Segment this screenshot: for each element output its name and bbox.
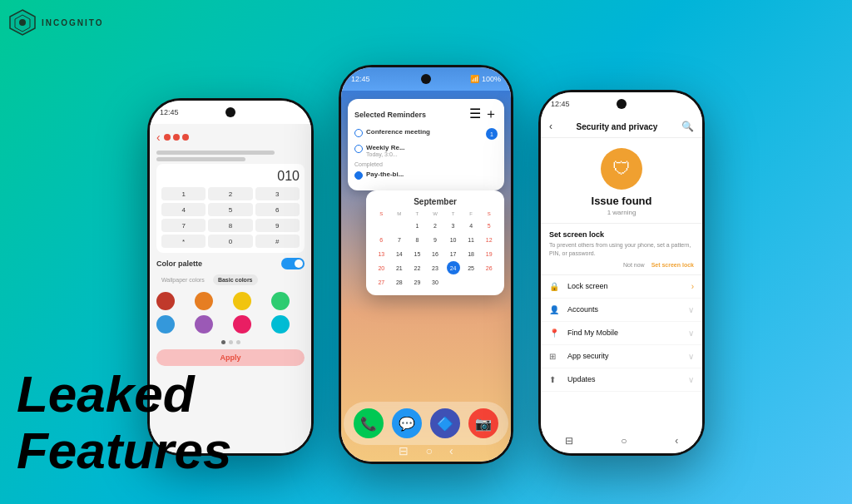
cal-day-19[interactable]: 19 bbox=[483, 247, 496, 260]
phone2-nav-home[interactable]: ○ bbox=[425, 444, 432, 457]
phone3-menu-find-mobile[interactable]: 📍 Find My Mobile ∨ bbox=[541, 322, 702, 345]
cal-day-30[interactable]: 30 bbox=[428, 275, 442, 289]
phone3-menu-app-security[interactable]: ⊞ App security ∨ bbox=[541, 345, 702, 368]
cal-day-25[interactable]: 25 bbox=[464, 261, 478, 274]
phone3-not-now-button[interactable]: Not now bbox=[623, 262, 645, 268]
phone2-badge: 1 bbox=[486, 128, 498, 140]
phone1-colors-grid bbox=[156, 292, 305, 334]
phone2-day-label-t1: T bbox=[409, 211, 426, 216]
phone3-menu-lock-screen[interactable]: 🔒 Lock screen › bbox=[541, 275, 702, 299]
phone1-key-6[interactable]: 6 bbox=[255, 203, 300, 216]
phone1-display: 010 bbox=[161, 169, 300, 184]
phone2-dock-chat[interactable]: 💬 bbox=[392, 408, 422, 438]
cal-day-21[interactable]: 21 bbox=[393, 261, 406, 274]
cal-day-11[interactable]: 11 bbox=[464, 233, 478, 246]
cal-day-4[interactable]: 4 bbox=[464, 219, 478, 232]
phone1-key-4[interactable]: 4 bbox=[161, 203, 206, 216]
cal-day-29[interactable]: 29 bbox=[410, 275, 424, 289]
cal-day-2[interactable]: 2 bbox=[428, 219, 442, 232]
phone1-toggle[interactable] bbox=[281, 258, 305, 269]
phone1-numpad-area: 010 1 2 3 4 5 6 7 8 9 * 0 # bbox=[156, 164, 305, 253]
phone2-reminder-1: Conference meeting 1 bbox=[354, 128, 498, 140]
cal-day-12[interactable]: 12 bbox=[483, 233, 496, 246]
phone1-toggle-row: Color palette bbox=[156, 258, 305, 269]
cal-day-9[interactable]: 9 bbox=[428, 233, 442, 246]
phone2-day-label-t2: T bbox=[444, 211, 462, 216]
phone1-tab-wallpaper[interactable]: Wallpaper colors bbox=[156, 274, 210, 285]
cal-day-15[interactable]: 15 bbox=[410, 247, 424, 260]
phone2-dock-camera[interactable]: 📷 bbox=[468, 408, 498, 438]
phone2-calendar: September S M T W T F S 1 2 3 4 bbox=[366, 190, 504, 295]
phone2-nav-recent[interactable]: ⊟ bbox=[399, 444, 409, 457]
phone1-dot3 bbox=[182, 134, 189, 141]
phone3-menu-updates[interactable]: ⬆ Updates ∨ bbox=[541, 368, 702, 392]
phone3-menu-accounts[interactable]: 👤 Accounts ∨ bbox=[541, 299, 702, 322]
cal-day-10[interactable]: 10 bbox=[447, 233, 460, 246]
phone2-dock-phone[interactable]: 📞 bbox=[354, 408, 384, 438]
phone1-key-9[interactable]: 9 bbox=[255, 219, 300, 232]
phone1-key-0[interactable]: 0 bbox=[208, 235, 252, 248]
phone1-numpad: 1 2 3 4 5 6 7 8 9 * 0 # bbox=[161, 187, 300, 248]
phone1-color-red[interactable] bbox=[156, 292, 175, 310]
phone3-nav-recent[interactable]: ⊟ bbox=[565, 435, 573, 447]
phone2-day-label-w: W bbox=[427, 211, 444, 216]
phone1-time: 12:45 bbox=[160, 108, 179, 116]
cal-day-24[interactable]: 24 bbox=[447, 261, 460, 274]
phone1-key-star[interactable]: * bbox=[161, 235, 206, 248]
cal-day-23[interactable]: 23 bbox=[428, 261, 442, 274]
phone3-search-icon[interactable]: 🔍 bbox=[681, 121, 694, 132]
phone1-color-cyan[interactable] bbox=[271, 315, 290, 334]
phone2-add-icon[interactable]: ＋ bbox=[484, 106, 498, 123]
cal-day-13[interactable]: 13 bbox=[374, 247, 388, 260]
cal-day-20[interactable]: 20 bbox=[374, 261, 388, 274]
phone1-tab-basic[interactable]: Basic colors bbox=[213, 274, 258, 285]
phone1-red-dots bbox=[164, 134, 189, 141]
phone1-color-blue[interactable] bbox=[156, 315, 175, 334]
cal-day-22[interactable]: 22 bbox=[410, 261, 424, 274]
phone3-updates-chevron: ∨ bbox=[688, 375, 694, 384]
cal-day-7[interactable]: 7 bbox=[393, 233, 406, 246]
phone1-color-purple[interactable] bbox=[195, 315, 213, 334]
phone3-updates-icon: ⬆ bbox=[549, 375, 561, 384]
phone3-nav-back[interactable]: ‹ bbox=[675, 435, 678, 447]
cal-day-e1 bbox=[374, 219, 388, 232]
cal-day-27[interactable]: 27 bbox=[374, 275, 388, 289]
cal-day-18[interactable]: 18 bbox=[464, 247, 478, 260]
phone2-list-icon: ☰ bbox=[469, 106, 481, 123]
phone3-find-mobile-chevron: ∨ bbox=[688, 329, 694, 338]
phone2-notch bbox=[421, 74, 431, 84]
phone3-content: ‹ Security and privacy 🔍 🛡 Issue found 1… bbox=[541, 116, 702, 453]
phone1-color-pink[interactable] bbox=[233, 315, 251, 334]
phone2-dock-app[interactable]: 🔷 bbox=[430, 408, 460, 438]
cal-day-14[interactable]: 14 bbox=[393, 247, 406, 260]
cal-day-16[interactable]: 16 bbox=[428, 247, 442, 260]
phone1-key-1[interactable]: 1 bbox=[161, 187, 206, 200]
phone3-nav-home[interactable]: ○ bbox=[621, 435, 627, 447]
phone1-key-3[interactable]: 3 bbox=[255, 187, 300, 200]
phone2-nav-back[interactable]: ‹ bbox=[449, 444, 453, 457]
phone1-key-2[interactable]: 2 bbox=[208, 187, 252, 200]
logo: INCOGNITO bbox=[7, 7, 103, 38]
phone3-set-lock-button[interactable]: Set screen lock bbox=[651, 262, 694, 268]
cal-day-17[interactable]: 17 bbox=[447, 247, 460, 260]
cal-day-28[interactable]: 28 bbox=[393, 275, 406, 289]
phone3-back-icon[interactable]: ‹ bbox=[549, 121, 552, 132]
phone2-check-2 bbox=[354, 145, 363, 153]
phone1-color-orange[interactable] bbox=[195, 292, 213, 310]
phone1-key-8[interactable]: 8 bbox=[208, 219, 252, 232]
phone1-apply-button[interactable]: Apply bbox=[156, 349, 305, 366]
cal-day-6[interactable]: 6 bbox=[374, 233, 388, 246]
phone1-key-5[interactable]: 5 bbox=[208, 203, 252, 216]
phone1-key-hash[interactable]: # bbox=[255, 235, 300, 248]
phone2-check-1 bbox=[354, 129, 363, 137]
cal-day-5[interactable]: 5 bbox=[483, 219, 496, 232]
phone1-color-green[interactable] bbox=[271, 292, 290, 310]
cal-day-8[interactable]: 8 bbox=[410, 233, 424, 246]
cal-day-26[interactable]: 26 bbox=[483, 261, 496, 274]
logo-icon bbox=[7, 7, 38, 38]
phone1-color-yellow[interactable] bbox=[233, 292, 251, 310]
phone1-key-7[interactable]: 7 bbox=[161, 219, 206, 232]
cal-day-1[interactable]: 1 bbox=[410, 219, 424, 232]
phone2-day-label-s2: S bbox=[480, 211, 498, 216]
cal-day-3[interactable]: 3 bbox=[447, 219, 460, 232]
